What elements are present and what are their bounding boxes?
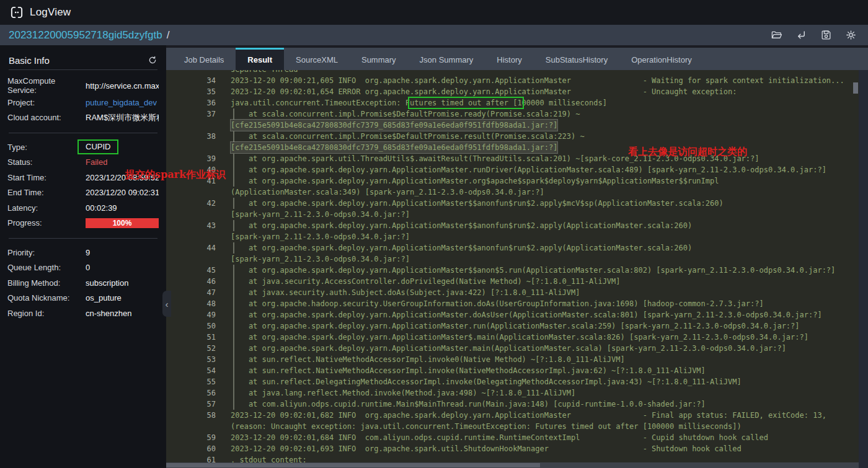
info-group: MaxCompute Service:http://service.cn.max…: [0, 70, 166, 133]
line-text: (reason: Uncaught exception: java.util.c…: [231, 421, 742, 432]
toolbar: [771, 29, 859, 41]
log-line: 41 at org.apache.spark.deploy.yarn.Appli…: [166, 175, 859, 187]
tab-sourcexml[interactable]: SourceXML: [284, 48, 350, 70]
line-text: at scala.concurrent.impl.Promise$Default…: [231, 131, 585, 142]
open-folder-icon[interactable]: [771, 29, 782, 41]
basic-info-header: Basic Info: [0, 51, 166, 69]
basic-info-fields: MaxCompute Service:http://service.cn.max…: [0, 70, 166, 329]
line-text: at scala.concurrent.impl.Promise$Default…: [231, 108, 580, 120]
line-number: 59: [166, 432, 216, 443]
log-line: (reason: Uncaught exception: java.util.c…: [166, 421, 859, 432]
log-line: 53 at sun.reflect.NativeMethodAccessorIm…: [166, 354, 859, 365]
line-number: 57: [166, 399, 216, 410]
tab-bar: Job DetailsResultSourceXMLSummaryJson Su…: [166, 48, 868, 70]
line-text: separate Thread: [231, 70, 298, 75]
log-line: separate Thread: [166, 70, 859, 75]
line-text: [spark-yarn_2.11-2.3.0-odps0.34.0.jar:?]: [231, 231, 410, 242]
line-text: at org.apache.spark.deploy.yarn.Applicat…: [231, 220, 692, 231]
field-value-end-time: 2023/12/20 09:02:31: [86, 188, 159, 197]
tab-substatushistory[interactable]: SubStatusHistory: [534, 48, 619, 70]
log-line: [cfe215e5091b4e8ca42780830dfc7379_685d83…: [166, 142, 859, 153]
field-label-maxcompute-service: MaxCompute Service:: [7, 76, 86, 95]
field-value-cloud-account: RAM$深圳市微米斯科技...: [86, 112, 159, 123]
settings-gear-icon[interactable]: [845, 29, 857, 41]
log-line: 57 at com.aliyun.odps.cupid.runtime.Main…: [166, 399, 859, 410]
tab-result[interactable]: Result: [236, 48, 284, 70]
line-text: [spark-yarn_2.11-2.3.0-odps0.34.0.jar:?]: [231, 254, 410, 265]
line-number: [166, 70, 216, 75]
panel-title: Basic Info: [9, 55, 50, 66]
log-line: 48 at org.apache.hadoop.security.UserGro…: [166, 298, 859, 309]
field-label-region-id: Region Id:: [7, 309, 86, 318]
line-number: [166, 142, 216, 153]
return-icon[interactable]: [795, 29, 807, 41]
horizontal-scrollbar[interactable]: [166, 462, 859, 468]
tab-job-details[interactable]: Job Details: [172, 48, 236, 70]
line-number: 52: [166, 343, 216, 354]
log-line: [cfe215e5091b4e8ca42780830dfc7379_685d83…: [166, 120, 859, 131]
line-text: (ApplicationMaster.scala:349) [spark-yar…: [231, 187, 544, 198]
line-text: at org.apache.spark.deploy.yarn.Applicat…: [231, 343, 786, 354]
log-line: 582023-12-20 09:02:01,682 INFO org.apach…: [166, 410, 859, 421]
log-line: 43 at org.apache.spark.deploy.yarn.Appli…: [166, 220, 859, 231]
field-value-maxcompute-service: http://service.cn.maxco...: [86, 81, 159, 91]
line-text: 2023-12-20 09:00:21,605 INFO org.apache.…: [231, 75, 844, 86]
vertical-scrollbar-thumb[interactable]: [853, 82, 858, 94]
log-line: 55 at sun.reflect.DelegatingMethodAccess…: [166, 376, 859, 387]
line-number: [166, 209, 216, 220]
save-icon[interactable]: [820, 29, 832, 41]
line-text: 2023-12-20 09:02:01,682 INFO org.apache.…: [231, 410, 826, 421]
field-label-queue-length: Queue Length:: [7, 263, 86, 272]
sidebar-collapse-handle[interactable]: ‹: [162, 291, 171, 317]
log-line: 352023-12-20 09:02:01,654 ERROR org.apac…: [166, 86, 859, 97]
line-text: at org.apache.spark.deploy.yarn.Applicat…: [231, 164, 826, 175]
line-number: [166, 254, 216, 265]
horizontal-scrollbar-thumb[interactable]: [166, 463, 540, 467]
tab-history[interactable]: History: [485, 48, 533, 70]
info-row-queue-length: Queue Length:0: [0, 260, 166, 276]
field-label-billing-method: Billing Method:: [7, 278, 86, 288]
line-number: 58: [166, 410, 216, 421]
field-label-progress: Progress:: [7, 218, 86, 227]
field-value-status: Failed: [86, 157, 107, 167]
breadcrumb-separator: /: [167, 29, 170, 42]
line-number: 60: [166, 443, 216, 454]
info-row-start-time: Start Time:2023/12/20 08:59:52: [0, 170, 166, 185]
tab-summary[interactable]: Summary: [350, 48, 408, 70]
field-value-billing-method: subscription: [86, 278, 128, 288]
line-number: [166, 231, 216, 242]
line-text: at org.apache.spark.deploy.yarn.Applicat…: [231, 320, 800, 332]
field-label-latency: Latency:: [7, 203, 86, 213]
tab-json-summary[interactable]: Json Summary: [408, 48, 485, 70]
field-label-status: Status:: [7, 157, 86, 167]
log-line: 602023-12-20 09:02:01,693 INFO org.apach…: [166, 443, 859, 454]
log-line: 49 at org.apache.spark.deploy.yarn.Appli…: [166, 309, 859, 320]
line-text: at org.apache.hadoop.security.UserGroupI…: [231, 298, 764, 309]
info-row-priority: Priority:9: [0, 245, 166, 260]
info-row-billing-method: Billing Method:subscription: [0, 275, 166, 291]
line-number: 44: [166, 242, 216, 254]
log-line: 38 at scala.concurrent.impl.Promise$Defa…: [166, 131, 859, 142]
field-value-project[interactable]: puture_bigdata_dev: [86, 98, 157, 107]
refresh-icon[interactable]: [148, 55, 157, 65]
log-line: 47 at javax.security.auth.Subject.doAs(S…: [166, 287, 859, 298]
line-text: at org.apache.spark.deploy.yarn.Applicat…: [231, 242, 692, 254]
line-text: java.util.concurrent.TimeoutException: F…: [231, 97, 607, 108]
app-title: LogView: [30, 6, 71, 19]
field-value-latency: 00:02:39: [86, 203, 117, 213]
line-text: 2023-12-20 09:02:01,693 INFO org.apache.…: [231, 443, 742, 454]
line-number: 53: [166, 354, 216, 365]
log-lines: separate Thread342023-12-20 09:00:21,605…: [166, 70, 859, 466]
breadcrumb-instance-id[interactable]: 20231220005952718gid5dzyfgtb: [9, 29, 162, 42]
line-number: 37: [166, 108, 216, 120]
app-header: LogView: [0, 0, 868, 25]
vertical-scrollbar[interactable]: [859, 70, 868, 468]
log-line: 36java.util.concurrent.TimeoutException:…: [166, 97, 859, 108]
line-number: 46: [166, 276, 216, 287]
line-number: 55: [166, 376, 216, 387]
line-text: at javax.security.auth.Subject.doAs(Subj…: [231, 287, 580, 298]
tab-operationhistory[interactable]: OperationHistory: [619, 48, 704, 70]
line-text: 2023-12-20 09:02:01,654 ERROR org.apache…: [231, 86, 737, 97]
info-row-status: Status:Failed: [0, 155, 166, 170]
log-content: separate Thread342023-12-20 09:00:21,605…: [166, 70, 859, 468]
